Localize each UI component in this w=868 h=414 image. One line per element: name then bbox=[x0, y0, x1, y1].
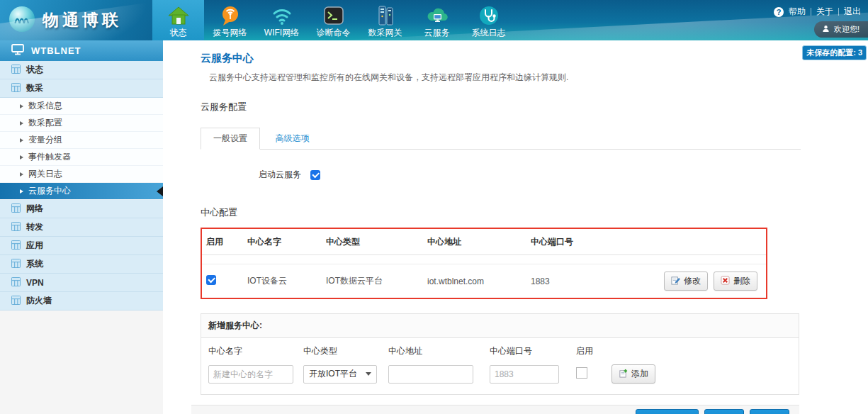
row-actions: 修改 删除 bbox=[641, 272, 766, 291]
edit-button[interactable]: 修改 bbox=[664, 272, 708, 291]
nav-item-status[interactable]: 状态 bbox=[152, 0, 204, 40]
grid-icon bbox=[11, 259, 21, 270]
dial-network-icon bbox=[220, 4, 241, 28]
sidebar-subitem-data-info[interactable]: 数采信息 bbox=[0, 98, 163, 115]
enable-cloud-row: 启动云服务 bbox=[259, 169, 868, 181]
user-icon bbox=[822, 25, 830, 34]
sidebar-subitem-gateway-log[interactable]: 网关日志 bbox=[0, 166, 163, 183]
cloud-config-heading: 云服务配置 bbox=[201, 101, 868, 113]
label-center-port: 中心端口号 bbox=[490, 338, 576, 361]
center-port-input[interactable] bbox=[490, 365, 559, 384]
sidebar-item-label: 网络 bbox=[26, 203, 43, 215]
center-name-input[interactable] bbox=[208, 365, 293, 384]
triangle-bullet-icon bbox=[20, 121, 23, 125]
grid-icon bbox=[11, 277, 21, 289]
sidebar-item-label: 应用 bbox=[26, 240, 43, 252]
page-description: 云服务中心支持远程管理和监控所有的在线网关和设备，支持远程部署应用程序和边缘计算… bbox=[209, 72, 868, 84]
nav-item-data-gateway[interactable]: 数采网关 bbox=[359, 0, 411, 40]
triangle-bullet-icon bbox=[20, 172, 23, 177]
sidebar-item-forwarding[interactable]: 转发 bbox=[0, 218, 163, 237]
sidebar-subitem-label: 数采配置 bbox=[28, 117, 62, 129]
nav-item-system-log[interactable]: 系统日志 bbox=[463, 0, 514, 40]
cell-center-type: IOT数据云平台 bbox=[326, 275, 427, 287]
sidebar-item-vpn[interactable]: VPN bbox=[0, 274, 163, 292]
tab-general-settings[interactable]: 一般设置 bbox=[201, 128, 260, 150]
add-form-inputs: 开放IOT平台 bbox=[201, 361, 799, 394]
monitor-icon bbox=[11, 44, 24, 57]
save-button[interactable]: 保存 bbox=[704, 409, 744, 414]
device-name-header: WTBLNET bbox=[0, 40, 163, 61]
sidebar-item-label: VPN bbox=[26, 278, 44, 288]
unsaved-config-badge[interactable]: 未保存的配置: 3 bbox=[802, 45, 867, 60]
grid-icon bbox=[11, 222, 21, 233]
enable-cloud-checkbox[interactable] bbox=[310, 170, 320, 180]
sidebar-subitem-label: 变量分组 bbox=[28, 134, 62, 146]
footer-actions-bar: 保存&应用 保存 复位 bbox=[191, 405, 799, 414]
sidebar-subitem-cloud-service-center[interactable]: 云服务中心 bbox=[0, 183, 163, 200]
nav-label: 状态 bbox=[170, 28, 187, 38]
add-button[interactable]: 添加 bbox=[611, 364, 655, 384]
sidebar-item-label: 转发 bbox=[26, 221, 43, 233]
cell-center-port: 1883 bbox=[531, 276, 641, 286]
welcome-text: 欢迎您! bbox=[834, 24, 859, 35]
welcome-badge[interactable]: 欢迎您! bbox=[814, 21, 868, 38]
sidebar-subitem-event-trigger[interactable]: 事件触发器 bbox=[0, 149, 163, 166]
brand-name: 物通博联 bbox=[43, 9, 122, 31]
divider bbox=[811, 8, 811, 16]
nav-label: 系统日志 bbox=[472, 28, 506, 38]
center-type-select[interactable]: 开放IOT平台 bbox=[303, 365, 377, 384]
new-center-enable-checkbox[interactable] bbox=[576, 367, 587, 379]
col-header-port: 中心端口号 bbox=[531, 236, 641, 248]
sidebar-item-network[interactable]: 网络 bbox=[0, 200, 163, 218]
nav-label: 拨号网络 bbox=[213, 28, 247, 38]
sidebar-subitem-label: 网关日志 bbox=[28, 168, 62, 180]
divider bbox=[838, 8, 839, 16]
nav-item-diagnostic-command[interactable]: 诊断命令 bbox=[308, 0, 359, 40]
server-icon bbox=[375, 4, 396, 28]
triangle-bullet-icon bbox=[20, 104, 23, 108]
main-content: 未保存的配置: 3 云服务中心 云服务中心支持远程管理和监控所有的在线网关和设备… bbox=[163, 40, 868, 414]
sidebar-item-system[interactable]: 系统 bbox=[0, 255, 163, 274]
delete-x-icon bbox=[721, 276, 730, 287]
grid-icon bbox=[11, 65, 21, 76]
sidebar-item-label: 状态 bbox=[26, 64, 43, 76]
page-title: 云服务中心 bbox=[201, 52, 868, 65]
delete-button-label: 删除 bbox=[733, 275, 750, 287]
nav-item-cloud-service[interactable]: 云服务 bbox=[411, 0, 463, 40]
top-header: 物通博联 状态 bbox=[0, 0, 868, 40]
triangle-bullet-icon bbox=[20, 138, 23, 142]
selected-arrow-icon bbox=[157, 186, 163, 196]
edit-button-label: 修改 bbox=[684, 275, 701, 287]
header-links: ? 帮助 关于 退出 bbox=[774, 6, 861, 18]
delete-button[interactable]: 删除 bbox=[714, 272, 757, 291]
brand-logo: 物通博联 bbox=[0, 0, 152, 40]
grid-icon bbox=[11, 203, 21, 215]
label-center-name: 中心名字 bbox=[208, 338, 303, 361]
sidebar-item-firewall[interactable]: 防火墙 bbox=[0, 292, 163, 310]
cell-center-name: IOT设备云 bbox=[247, 275, 326, 287]
home-icon bbox=[168, 4, 189, 28]
sidebar-item-status[interactable]: 状态 bbox=[0, 61, 163, 79]
logout-link[interactable]: 退出 bbox=[844, 6, 861, 18]
tab-advanced-options[interactable]: 高级选项 bbox=[263, 128, 321, 149]
nav-item-dial-network[interactable]: 拨号网络 bbox=[204, 0, 256, 40]
row-enable-checkbox[interactable] bbox=[206, 275, 216, 285]
about-link[interactable]: 关于 bbox=[816, 6, 833, 18]
reset-button[interactable]: 复位 bbox=[750, 409, 789, 414]
nav-label: WIFI网络 bbox=[264, 28, 299, 38]
sidebar-subitem-variable-group[interactable]: 变量分组 bbox=[0, 132, 163, 149]
center-address-input[interactable] bbox=[388, 365, 473, 384]
add-button-label: 添加 bbox=[631, 368, 648, 380]
nav-item-wifi-network[interactable]: WIFI网络 bbox=[256, 0, 308, 40]
sidebar-item-data-collection[interactable]: 数采 bbox=[0, 79, 163, 98]
sidebar-subitem-data-config[interactable]: 数采配置 bbox=[0, 115, 163, 132]
sidebar-item-application[interactable]: 应用 bbox=[0, 237, 163, 255]
terminal-icon bbox=[323, 4, 344, 28]
brand-sphere-icon bbox=[9, 6, 35, 35]
col-header-address: 中心地址 bbox=[427, 236, 531, 248]
save-apply-button[interactable]: 保存&应用 bbox=[636, 409, 699, 414]
help-link[interactable]: 帮助 bbox=[789, 6, 806, 18]
table-header-row: 启用 中心名字 中心类型 中心地址 中心端口号 bbox=[202, 229, 766, 255]
add-page-plus-icon bbox=[619, 369, 628, 380]
label-center-type: 中心类型 bbox=[303, 338, 388, 361]
